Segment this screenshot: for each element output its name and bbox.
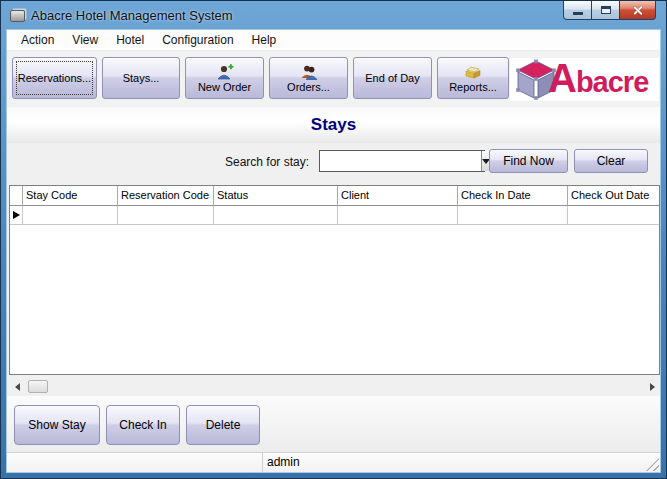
report-folder-icon — [464, 64, 482, 80]
end-of-day-label: End of Day — [365, 72, 419, 84]
stays-button[interactable]: Stays... — [102, 57, 180, 99]
maximize-button[interactable] — [592, 1, 620, 20]
stays-label: Stays... — [123, 72, 160, 84]
show-stay-button[interactable]: Show Stay — [14, 405, 100, 445]
close-icon — [632, 5, 643, 16]
status-bar: admin — [7, 452, 660, 472]
clear-button[interactable]: Clear — [574, 149, 648, 173]
menu-hotel[interactable]: Hotel — [107, 31, 153, 49]
close-button[interactable] — [620, 1, 656, 20]
people-icon — [300, 64, 318, 80]
horizontal-scrollbar[interactable] — [9, 379, 660, 395]
menu-help[interactable]: Help — [243, 31, 286, 49]
status-panel-user: admin — [263, 453, 660, 472]
cell-status[interactable] — [214, 206, 338, 225]
cell-check-out-date[interactable] — [568, 206, 659, 225]
heading-band: Stays — [7, 107, 660, 143]
column-header-client[interactable]: Client — [338, 186, 458, 206]
menu-configuration[interactable]: Configuration — [153, 31, 242, 49]
cell-reservation-code[interactable] — [118, 206, 214, 225]
row-selector-arrow-icon — [13, 211, 20, 219]
cell-check-in-date[interactable] — [458, 206, 568, 225]
delete-button[interactable]: Delete — [186, 405, 260, 445]
abacre-logo-text: Abacre — [548, 58, 648, 101]
menu-action[interactable]: Action — [12, 31, 63, 49]
stays-grid: Stay Code Reservation Code Status Client… — [9, 185, 660, 375]
reports-button[interactable]: Reports... — [437, 57, 509, 99]
search-row: Search for stay: Find Now Clear — [7, 143, 660, 185]
reports-label: Reports... — [449, 81, 497, 93]
row-selector-cell[interactable] — [10, 206, 23, 225]
orders-label: Orders... — [287, 81, 330, 93]
action-button-bar: Show Stay Check In Delete — [7, 396, 660, 454]
menu-view[interactable]: View — [63, 31, 107, 49]
menu-bar: Action View Hotel Configuration Help — [7, 30, 660, 51]
window-title: Abacre Hotel Management System — [31, 8, 233, 23]
person-add-icon — [216, 64, 234, 80]
column-header-check-in-date[interactable]: Check In Date — [458, 186, 568, 206]
scrollbar-thumb[interactable] — [28, 380, 48, 393]
window-controls — [563, 1, 656, 20]
status-panel-left — [7, 453, 263, 472]
app-icon — [10, 10, 25, 22]
maximize-icon — [601, 6, 611, 14]
app-window: Abacre Hotel Management System Action Vi… — [0, 0, 667, 479]
column-header-status[interactable]: Status — [214, 186, 338, 206]
client-area: Action View Hotel Configuration Help Res… — [6, 29, 661, 473]
abacre-logo: Abacre — [510, 58, 659, 101]
end-of-day-button[interactable]: End of Day — [353, 57, 432, 99]
cell-stay-code[interactable] — [23, 206, 118, 225]
scroll-right-icon — [650, 383, 655, 391]
table-row[interactable] — [10, 206, 659, 225]
grid-header-row: Stay Code Reservation Code Status Client… — [10, 186, 659, 206]
scroll-right-button[interactable] — [644, 379, 660, 395]
toolbar: Reservations... Stays... New Order — [7, 51, 660, 107]
minimize-icon — [573, 12, 583, 15]
column-header-check-out-date[interactable]: Check Out Date — [568, 186, 659, 206]
cell-client[interactable] — [338, 206, 458, 225]
search-label: Search for stay: — [225, 155, 309, 169]
reservations-button[interactable]: Reservations... — [12, 57, 97, 99]
minimize-button[interactable] — [563, 1, 592, 20]
orders-button[interactable]: Orders... — [269, 57, 348, 99]
scroll-left-button[interactable] — [9, 379, 25, 395]
column-header-stay-code[interactable]: Stay Code — [23, 186, 118, 206]
find-now-button[interactable]: Find Now — [489, 149, 568, 173]
reservations-label: Reservations... — [18, 72, 91, 84]
search-input[interactable] — [320, 151, 481, 171]
column-header-reservation-code[interactable]: Reservation Code — [118, 186, 214, 206]
scroll-left-icon — [15, 383, 20, 391]
title-bar[interactable]: Abacre Hotel Management System — [1, 1, 666, 29]
search-combobox[interactable] — [319, 150, 485, 172]
new-order-button[interactable]: New Order — [185, 57, 264, 99]
page-title: Stays — [311, 115, 356, 135]
grid-selector-header — [10, 186, 23, 206]
check-in-button[interactable]: Check In — [106, 405, 180, 445]
new-order-label: New Order — [198, 81, 251, 93]
